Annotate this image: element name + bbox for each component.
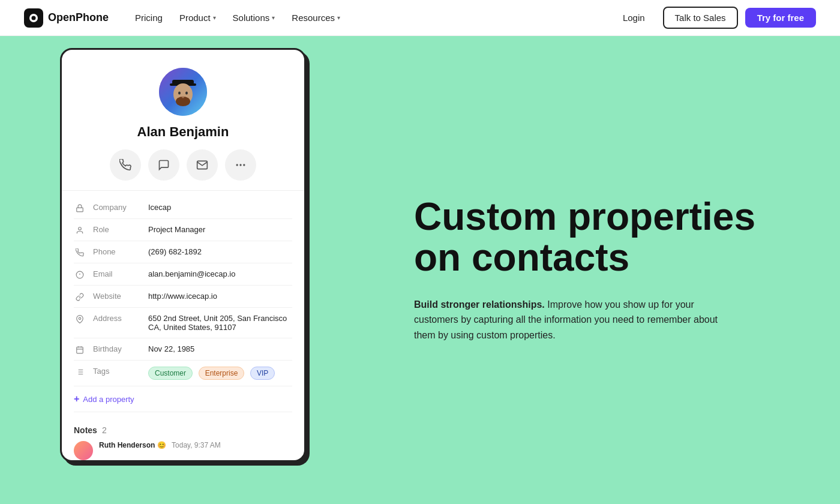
contact-details: Company Icecap Role Project Manager Phon… bbox=[62, 191, 304, 418]
tag-enterprise[interactable]: Enterprise bbox=[199, 367, 245, 380]
svg-point-9 bbox=[185, 92, 188, 95]
svg-point-12 bbox=[239, 164, 241, 166]
phone-detail-icon bbox=[74, 248, 86, 257]
avatar bbox=[159, 68, 207, 116]
email-row: Email alan.benjamin@icecap.io bbox=[74, 263, 292, 286]
message-button[interactable] bbox=[148, 149, 179, 181]
company-row: Company Icecap bbox=[74, 197, 292, 219]
action-buttons bbox=[110, 149, 256, 181]
role-label: Role bbox=[93, 225, 141, 234]
note-meta: Ruth Henderson 😊 Today, 9:37 AM bbox=[99, 441, 221, 449]
openphone-logo-icon bbox=[24, 8, 43, 28]
role-row: Role Project Manager bbox=[74, 219, 292, 241]
address-label: Address bbox=[93, 314, 141, 323]
phone-frame: Alan Benjamin bbox=[60, 48, 306, 462]
note-time: Today, 9:37 AM bbox=[172, 441, 221, 449]
try-for-free-button[interactable]: Try for free bbox=[745, 8, 816, 28]
add-property-button[interactable]: + Add a property bbox=[74, 386, 292, 412]
logo-text: OpenPhone bbox=[48, 11, 109, 24]
talk-to-sales-button[interactable]: Talk to Sales bbox=[663, 7, 738, 29]
logo[interactable]: OpenPhone bbox=[24, 8, 109, 28]
nav-left: OpenPhone Pricing Product ▾ Solutions ▾ … bbox=[24, 8, 347, 28]
tags-icon bbox=[74, 368, 86, 376]
nav-solutions[interactable]: Solutions ▾ bbox=[226, 9, 283, 26]
company-label: Company bbox=[93, 203, 141, 212]
phone-value: (269) 682-1892 bbox=[148, 247, 292, 256]
main-content: Alan Benjamin bbox=[0, 36, 840, 504]
svg-point-8 bbox=[178, 92, 181, 95]
hero-desc-bold: Build stronger relationships. bbox=[414, 299, 545, 310]
phone-row: Phone (269) 682-1892 bbox=[74, 241, 292, 263]
right-panel: Custom properties on contacts Build stro… bbox=[366, 36, 840, 504]
svg-point-13 bbox=[243, 164, 245, 166]
svg-point-17 bbox=[79, 317, 81, 320]
plus-icon: + bbox=[74, 394, 79, 404]
birthday-row: Birthday Nov 22, 1985 bbox=[74, 338, 292, 361]
more-icon bbox=[235, 159, 247, 171]
address-icon bbox=[74, 315, 86, 323]
svg-point-15 bbox=[79, 227, 82, 230]
svg-point-10 bbox=[182, 97, 184, 98]
birthday-icon bbox=[74, 346, 86, 354]
tag-vip[interactable]: VIP bbox=[250, 367, 275, 380]
website-label: Website bbox=[93, 292, 141, 301]
navbar: OpenPhone Pricing Product ▾ Solutions ▾ … bbox=[0, 0, 840, 36]
phone-label: Phone bbox=[93, 247, 141, 256]
website-row: Website http://www.icecap.io bbox=[74, 286, 292, 308]
address-value: 650 2nd Street, Unit 205, San Francisco … bbox=[148, 314, 292, 332]
email-detail-icon bbox=[74, 271, 86, 279]
nav-pricing[interactable]: Pricing bbox=[128, 9, 170, 26]
company-icon bbox=[74, 204, 86, 212]
email-value: alan.benjamin@icecap.io bbox=[148, 269, 292, 278]
note-item: Ruth Henderson 😊 Today, 9:37 AM bbox=[74, 441, 292, 460]
hero-title: Custom properties on contacts bbox=[414, 197, 792, 277]
role-value: Project Manager bbox=[148, 225, 292, 234]
product-chevron-icon: ▾ bbox=[213, 14, 216, 21]
note-author-avatar bbox=[74, 441, 93, 460]
more-button[interactable] bbox=[225, 149, 256, 181]
company-value: Icecap bbox=[148, 203, 292, 212]
hero-desc: Build stronger relationships. Improve ho… bbox=[414, 297, 726, 343]
svg-rect-18 bbox=[77, 347, 83, 353]
website-value: http://www.icecap.io bbox=[148, 292, 292, 301]
tag-customer[interactable]: Customer bbox=[148, 367, 193, 380]
phone-icon bbox=[119, 159, 131, 171]
nav-product[interactable]: Product ▾ bbox=[172, 9, 223, 26]
tags-row: Tags Customer Enterprise VIP bbox=[74, 361, 292, 386]
login-button[interactable]: Login bbox=[612, 8, 656, 28]
contact-name: Alan Benjamin bbox=[137, 124, 229, 140]
email-button[interactable] bbox=[187, 149, 218, 181]
add-property-label: Add a property bbox=[83, 395, 134, 404]
contact-header: Alan Benjamin bbox=[62, 50, 304, 191]
website-icon bbox=[74, 293, 86, 301]
email-label: Email bbox=[93, 269, 141, 278]
notes-section: Notes 2 Ruth Henderson 😊 Today, 9:37 AM bbox=[62, 418, 304, 460]
birthday-label: Birthday bbox=[93, 344, 141, 353]
chat-icon bbox=[158, 159, 170, 171]
notes-count: 2 bbox=[102, 425, 107, 435]
nav-right: Login Talk to Sales Try for free bbox=[612, 7, 816, 29]
avatar-image bbox=[159, 68, 207, 116]
note-author: Ruth Henderson bbox=[99, 441, 155, 449]
birthday-value: Nov 22, 1985 bbox=[148, 344, 292, 353]
nav-links: Pricing Product ▾ Solutions ▾ Resources … bbox=[128, 9, 347, 26]
call-button[interactable] bbox=[110, 149, 141, 181]
note-emoji: 😊 bbox=[157, 441, 166, 449]
tags-label: Tags bbox=[93, 367, 141, 376]
email-icon bbox=[196, 159, 208, 171]
tags-value: Customer Enterprise VIP bbox=[148, 367, 292, 380]
address-row: Address 650 2nd Street, Unit 205, San Fr… bbox=[74, 308, 292, 338]
left-panel: Alan Benjamin bbox=[0, 36, 366, 504]
notes-label: Notes bbox=[74, 425, 97, 435]
svg-rect-14 bbox=[77, 208, 83, 211]
svg-point-11 bbox=[236, 164, 238, 166]
nav-resources[interactable]: Resources ▾ bbox=[284, 9, 347, 26]
solutions-chevron-icon: ▾ bbox=[272, 14, 275, 21]
resources-chevron-icon: ▾ bbox=[337, 14, 340, 21]
notes-header: Notes 2 bbox=[74, 425, 292, 435]
role-icon bbox=[74, 226, 86, 235]
svg-point-2 bbox=[32, 16, 36, 20]
